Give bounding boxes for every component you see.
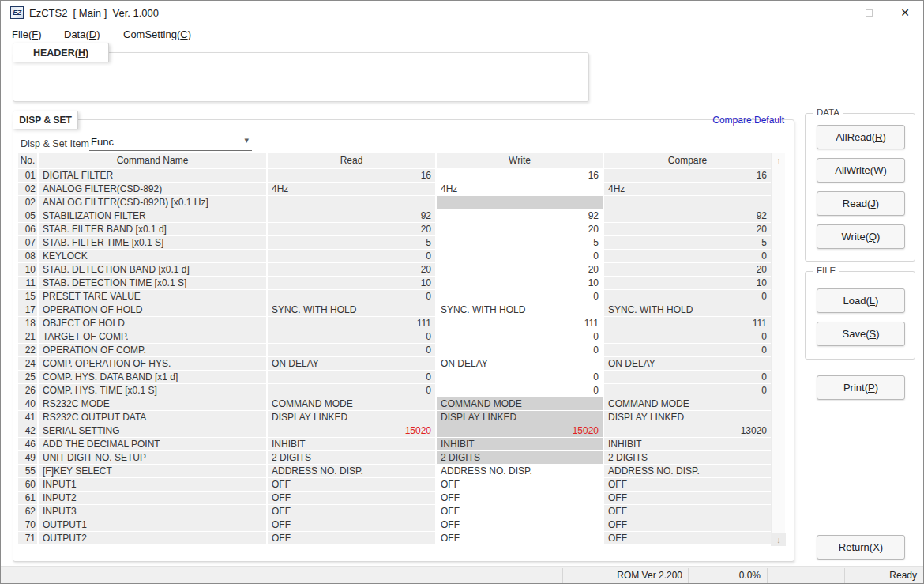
maximize-icon bbox=[866, 9, 873, 17]
cell-write[interactable]: OFF bbox=[437, 478, 603, 491]
cell-write: 2 DIGITS bbox=[437, 451, 603, 464]
cell-no: 22 bbox=[18, 344, 37, 356]
cell-no: 61 bbox=[18, 492, 37, 504]
cell-write[interactable]: 0 bbox=[437, 290, 603, 303]
cell-read: 0 bbox=[268, 290, 435, 303]
allread-button[interactable]: AllRead(R) bbox=[817, 125, 905, 149]
table-row: 17OPERATION OF HOLDSYNC. WITH HOLDSYNC. … bbox=[18, 303, 771, 316]
table-scrollbar[interactable]: ↑ ↓ bbox=[771, 153, 785, 546]
title-bar: EZ EzCTS2 [ Main ] Ver. 1.000 ✕ bbox=[1, 1, 923, 24]
minimize-button[interactable] bbox=[814, 1, 851, 24]
cell-no: 71 bbox=[18, 532, 37, 544]
table-header-row: No. Command Name Read Write Compare bbox=[18, 153, 771, 168]
cell-write[interactable]: 111 bbox=[437, 317, 603, 330]
menu-file[interactable]: File(F) bbox=[9, 27, 45, 42]
table-row: 41RS232C OUTPUT DATADISPLAY LINKEDDISPLA… bbox=[18, 411, 771, 424]
cell-write[interactable]: 92 bbox=[437, 209, 603, 222]
cell-write[interactable]: 10 bbox=[437, 277, 603, 289]
cell-read: SYNC. WITH HOLD bbox=[268, 303, 435, 316]
close-button[interactable]: ✕ bbox=[887, 1, 923, 24]
cell-write[interactable]: OFF bbox=[437, 532, 603, 544]
cell-write[interactable]: OFF bbox=[437, 505, 603, 518]
cell-write[interactable]: 5 bbox=[437, 236, 603, 249]
cell-compare: OFF bbox=[604, 492, 771, 504]
cell-name: OUTPUT2 bbox=[39, 532, 266, 544]
status-bar: ROM Ver 2.200 0.0% Ready bbox=[1, 566, 923, 584]
cell-read: 0 bbox=[268, 344, 435, 356]
cell-name: KEYLOCK bbox=[39, 250, 266, 262]
cell-name: OPERATION OF HOLD bbox=[39, 303, 266, 316]
cell-write[interactable]: 0 bbox=[437, 250, 603, 262]
cell-write[interactable]: 20 bbox=[437, 263, 603, 276]
cell-compare: SYNC. WITH HOLD bbox=[604, 303, 771, 316]
cell-name: OUTPUT1 bbox=[39, 518, 266, 531]
cell-compare: INHIBIT bbox=[604, 438, 771, 450]
return-button[interactable]: Return(X) bbox=[817, 535, 905, 560]
cell-read: 0 bbox=[268, 330, 435, 343]
load-button[interactable]: Load(L) bbox=[817, 288, 905, 313]
cell-no: 15 bbox=[18, 290, 37, 303]
cell-read: 0 bbox=[268, 250, 435, 262]
menu-data[interactable]: Data(D) bbox=[61, 27, 103, 42]
scroll-down-icon[interactable]: ↓ bbox=[772, 533, 786, 546]
table-row: 70OUTPUT1OFFOFFOFF bbox=[18, 518, 771, 531]
tab-header[interactable]: HEADER(H) bbox=[13, 43, 109, 62]
cell-write[interactable]: 4Hz bbox=[437, 183, 603, 195]
cell-name: TARGET OF COMP. bbox=[39, 330, 266, 343]
cell-no: 42 bbox=[18, 424, 37, 437]
cell-no: 02 bbox=[18, 183, 37, 195]
table-row: 15PRESET TARE VALUE000 bbox=[18, 290, 771, 303]
status-divider bbox=[767, 568, 768, 584]
cell-name: SERIAL SETTING bbox=[39, 424, 266, 437]
cell-write[interactable]: SYNC. WITH HOLD bbox=[437, 303, 603, 316]
compare-default-link[interactable]: Compare:Default bbox=[712, 115, 784, 126]
status-divider bbox=[562, 568, 563, 584]
table-row: 02ANALOG FILTER(CSD-892)4Hz4Hz4Hz bbox=[18, 183, 771, 195]
cell-read: 4Hz bbox=[268, 183, 435, 195]
cell-read: 5 bbox=[268, 236, 435, 249]
save-button[interactable]: Save(S) bbox=[817, 322, 905, 346]
cell-write[interactable]: ON DELAY bbox=[437, 357, 603, 370]
menu-comsetting[interactable]: ComSetting(C) bbox=[120, 27, 194, 42]
cell-write[interactable]: 16 bbox=[437, 169, 603, 182]
table-row: 49UNIT DIGIT NO. SETUP2 DIGITS2 DIGITS2 … bbox=[18, 451, 771, 464]
cell-no: 70 bbox=[18, 518, 37, 531]
table-row: 08KEYLOCK000 bbox=[18, 250, 771, 262]
table-row: 26COMP. HYS. TIME [x0.1 S]000 bbox=[18, 384, 771, 397]
cell-compare: 5 bbox=[604, 236, 771, 249]
cell-write[interactable]: 0 bbox=[437, 384, 603, 397]
cell-write[interactable]: 0 bbox=[437, 344, 603, 356]
cell-write[interactable]: 20 bbox=[437, 223, 603, 235]
print-button[interactable]: Print(P) bbox=[817, 375, 905, 400]
cell-no: 49 bbox=[18, 451, 37, 464]
tab-disp-set[interactable]: DISP & SET bbox=[13, 111, 78, 129]
table-row: 01DIGITAL FILTER161616 bbox=[18, 169, 771, 182]
cell-name: UNIT DIGIT NO. SETUP bbox=[39, 451, 266, 464]
menu-bar: File(F) Data(D) ComSetting(C) bbox=[1, 24, 923, 43]
cell-read: COMMAND MODE bbox=[268, 397, 435, 410]
disp-set-item-combobox[interactable]: Func ▾ bbox=[89, 133, 252, 151]
cell-name: RS232C OUTPUT DATA bbox=[39, 411, 266, 424]
cell-write: COMMAND MODE bbox=[437, 397, 603, 410]
cell-name: OPERATION OF COMP. bbox=[39, 344, 266, 356]
cell-name: STAB. FILTER TIME [x0.1 S] bbox=[39, 236, 266, 249]
cell-write[interactable]: OFF bbox=[437, 518, 603, 531]
table-row: 40RS232C MODECOMMAND MODECOMMAND MODECOM… bbox=[18, 397, 771, 410]
cell-write[interactable]: ADDRESS NO. DISP. bbox=[437, 465, 603, 477]
cell-read: DISPLAY LINKED bbox=[268, 411, 435, 424]
file-groupbox: FILE bbox=[805, 271, 915, 360]
cell-no: 25 bbox=[18, 371, 37, 383]
read-button[interactable]: Read(J) bbox=[817, 191, 905, 216]
app-logo-icon: EZ bbox=[10, 6, 24, 19]
cell-write[interactable]: 0 bbox=[437, 330, 603, 343]
cell-name: ADD THE DECIMAL POINT bbox=[39, 438, 266, 450]
write-button[interactable]: Write(Q) bbox=[817, 224, 905, 249]
cell-write[interactable]: OFF bbox=[437, 492, 603, 504]
cell-no: 06 bbox=[18, 223, 37, 235]
cell-write[interactable]: 0 bbox=[437, 371, 603, 383]
command-table-body: 01DIGITAL FILTER16161602ANALOG FILTER(CS… bbox=[18, 169, 771, 544]
cell-read: 20 bbox=[268, 263, 435, 276]
allwrite-button[interactable]: AllWrite(W) bbox=[817, 158, 905, 183]
cell-compare: ON DELAY bbox=[604, 357, 771, 370]
scroll-up-icon[interactable]: ↑ bbox=[772, 153, 786, 167]
